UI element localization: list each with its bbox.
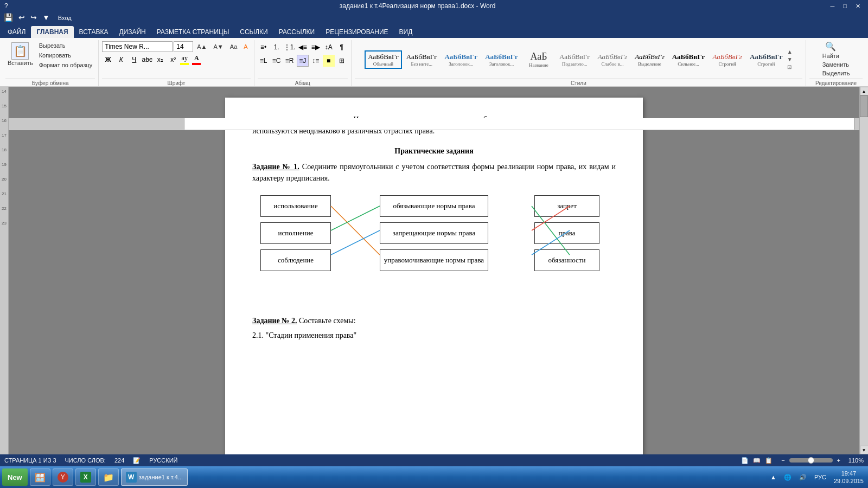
superscript-button[interactable]: x² xyxy=(167,54,179,66)
tab-insert[interactable]: ВСТАВКА xyxy=(74,26,114,38)
taskbar-files[interactable]: 📁 xyxy=(98,468,119,486)
start-label: New xyxy=(8,473,22,481)
shading-button[interactable]: ■ xyxy=(323,55,335,67)
scroll-track[interactable] xyxy=(860,95,868,446)
style-subtitle[interactable]: АаБбВвГг Подзаголо... xyxy=(556,50,593,69)
style-no-spacing[interactable]: АаБбВвГг Без инте... xyxy=(403,50,441,69)
styles-scroll[interactable]: ▲ ▼ ⊡ xyxy=(787,48,793,71)
vertical-ruler: 14 15 16 17 18 19 20 21 22 23 xyxy=(0,87,9,454)
page-info: СТРАНИЦА 1 ИЗ 3 xyxy=(4,457,56,464)
style-heading2[interactable]: АаБбВвГг Заголовок... xyxy=(482,50,521,69)
style-strong[interactable]: АаБбВвГг Сильное... xyxy=(669,50,709,69)
font-name-input[interactable] xyxy=(102,41,173,52)
tab-home[interactable]: ГЛАВНАЯ xyxy=(31,26,73,38)
tab-design[interactable]: ДИЗАЙН xyxy=(113,26,151,38)
tray-keyboard-layout[interactable]: РУС xyxy=(812,474,828,480)
style-intense-emphasis[interactable]: АаБбВвГг Строгий xyxy=(709,50,745,69)
tab-review[interactable]: РЕЦЕНЗИРОВАНИЕ xyxy=(320,26,393,38)
find-button[interactable]: 🔍 Найти xyxy=(822,41,839,59)
style-heading1[interactable]: АаБбВвГг Заголовок... xyxy=(442,50,481,69)
styles-expand[interactable]: ⊡ xyxy=(787,63,793,71)
tray-volume-icon[interactable]: 🔊 xyxy=(797,474,809,481)
document-area[interactable]: правоприменительных актов. Изучив инстит… xyxy=(9,87,859,454)
undo-button[interactable]: ↩ xyxy=(17,14,27,22)
subscript-button[interactable]: x₂ xyxy=(154,54,166,66)
tray-network-icon[interactable]: 🌐 xyxy=(782,474,794,481)
style-strict[interactable]: АаБбВвГг Строгий xyxy=(746,50,786,69)
text-effects-button[interactable]: A xyxy=(241,42,250,51)
tab-file[interactable]: ФАЙЛ xyxy=(2,26,31,38)
highlight-color-button[interactable]: ay xyxy=(180,54,189,65)
font-size-input[interactable] xyxy=(174,41,193,52)
align-right-button[interactable]: ≡R xyxy=(284,55,296,67)
increase-font-button[interactable]: A▲ xyxy=(194,42,209,51)
style-normal[interactable]: АаБбВвГг Обычный xyxy=(365,50,402,69)
copy-button[interactable]: Копировать xyxy=(36,51,95,60)
justify-button[interactable]: ≡J xyxy=(297,55,309,67)
tray-notifications[interactable]: ▲ xyxy=(768,474,778,480)
line-spacing-button[interactable]: ↕≡ xyxy=(310,55,322,67)
maximize-button[interactable]: □ xyxy=(840,3,850,10)
paste-button[interactable]: 📋 Вставить xyxy=(5,41,35,69)
vertical-scrollbar[interactable]: ▲ ▼ xyxy=(859,87,868,454)
minimize-button[interactable]: ─ xyxy=(827,3,838,10)
layout-print-icon[interactable]: 📄 xyxy=(741,457,749,464)
tab-page-layout[interactable]: РАЗМЕТКА СТРАНИЦЫ xyxy=(151,26,235,38)
zoom-minus-button[interactable]: − xyxy=(781,457,784,464)
tab-mailings[interactable]: РАССЫЛКИ xyxy=(273,26,320,38)
taskbar-browser[interactable]: Y xyxy=(53,468,73,486)
italic-button[interactable]: К xyxy=(115,54,127,66)
task1-label: Задание № 1. xyxy=(252,163,299,171)
document-page[interactable]: правоприменительных актов. Изучив инстит… xyxy=(225,98,643,454)
help-icon[interactable]: ? xyxy=(4,2,8,10)
style-emphasis[interactable]: АаБбВвГг Выделение xyxy=(631,50,668,69)
close-button[interactable]: ✕ xyxy=(852,3,864,10)
style-title[interactable]: АаБ Название xyxy=(522,49,555,70)
zoom-slider[interactable] xyxy=(789,458,833,463)
customize-quick-access-button[interactable]: ▼ xyxy=(41,14,52,22)
borders-button[interactable]: ⊞ xyxy=(336,55,348,67)
decrease-font-button[interactable]: A▼ xyxy=(211,42,226,51)
layout-draft-icon[interactable]: 📋 xyxy=(765,457,773,464)
system-clock[interactable]: 19:47 29.09.2015 xyxy=(832,470,866,485)
taskbar-word[interactable]: W задание1 к т.4... xyxy=(121,468,188,486)
numbering-button[interactable]: 1. xyxy=(271,41,283,53)
zoom-plus-button[interactable]: + xyxy=(837,457,840,464)
tab-view[interactable]: ВИД xyxy=(394,26,418,38)
box-obligatory-norms: обязывающие нормы права xyxy=(380,195,488,217)
styles-scroll-down[interactable]: ▼ xyxy=(787,56,793,63)
strikethrough-button[interactable]: abc xyxy=(141,54,153,66)
underline-button[interactable]: Ч xyxy=(128,54,140,66)
taskbar-excel[interactable]: X xyxy=(75,468,96,486)
save-button[interactable]: 💾 xyxy=(2,14,15,22)
taskbar-explorer[interactable]: 🪟 xyxy=(30,468,50,486)
bullets-button[interactable]: ≡• xyxy=(258,41,270,53)
find-label: Найти xyxy=(822,53,839,59)
cut-button[interactable]: Вырезать xyxy=(36,41,95,50)
format-paint-button[interactable]: Формат по образцу xyxy=(36,61,95,69)
layout-web-icon[interactable]: 📖 xyxy=(753,457,761,464)
start-button[interactable]: New xyxy=(2,468,28,486)
select-button[interactable]: Выделить xyxy=(822,70,850,76)
multilevel-list-button[interactable]: ⋮1. xyxy=(284,41,296,53)
scroll-down-button[interactable]: ▼ xyxy=(860,446,869,454)
font-color-button[interactable]: A xyxy=(192,54,201,65)
replace-button[interactable]: Заменить xyxy=(822,61,849,68)
box-execution: исполнение xyxy=(260,222,331,244)
clear-format-button[interactable]: Аа xyxy=(227,42,240,51)
bold-button[interactable]: Ж xyxy=(102,54,114,66)
zoom-slider-thumb[interactable] xyxy=(808,457,814,464)
scroll-up-button[interactable]: ▲ xyxy=(860,87,869,95)
decrease-indent-button[interactable]: ◀≡ xyxy=(297,41,309,53)
sort-button[interactable]: ↕A xyxy=(323,41,335,53)
scroll-thumb[interactable] xyxy=(860,95,868,117)
align-left-button[interactable]: ≡L xyxy=(258,55,270,67)
align-center-button[interactable]: ≡C xyxy=(271,55,283,67)
redo-button[interactable]: ↪ xyxy=(29,14,39,22)
show-hide-button[interactable]: ¶ xyxy=(336,41,348,53)
style-subtle-emphasis[interactable]: АаБбВвГг Слабое в... xyxy=(595,50,631,69)
styles-scroll-up[interactable]: ▲ xyxy=(787,48,793,56)
clipboard-label: Буфер обмена xyxy=(5,79,95,86)
tab-references[interactable]: ССЫЛКИ xyxy=(234,26,273,38)
increase-indent-button[interactable]: ≡▶ xyxy=(310,41,322,53)
